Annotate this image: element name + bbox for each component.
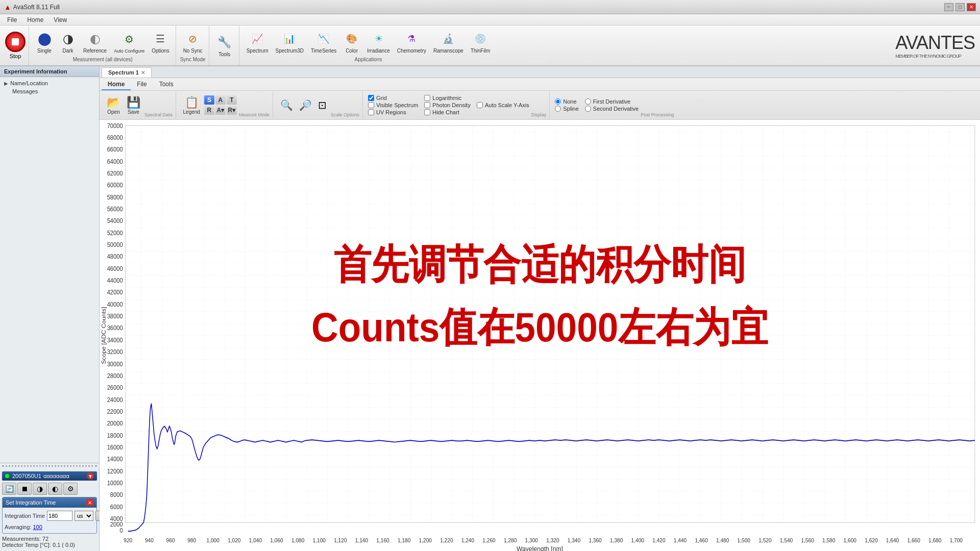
- menu-home[interactable]: Home: [22, 15, 48, 24]
- sub-menu-tools[interactable]: Tools: [153, 79, 180, 90]
- left-panel: Experiment Information ▶ Name/Location M…: [0, 66, 100, 551]
- svg-text:42000: 42000: [107, 289, 123, 296]
- experiment-info-header: Experiment Information: [0, 66, 99, 77]
- logarithmic-checkbox[interactable]: [424, 95, 430, 101]
- second-derivative-option: Second Derivative: [585, 106, 639, 112]
- ramanscope-button[interactable]: 🔬 Ramanscope: [430, 29, 467, 56]
- device-btn-5[interactable]: ⚙: [63, 483, 78, 495]
- none-radio[interactable]: [555, 98, 561, 105]
- uv-regions-checkbox[interactable]: [368, 109, 374, 115]
- averaging-value[interactable]: 100: [33, 524, 42, 530]
- no-sync-button[interactable]: ⊘ No Sync: [180, 29, 206, 56]
- single-button[interactable]: ⬤ Single: [33, 29, 56, 56]
- svg-text:1,660: 1,660: [907, 537, 920, 544]
- spectrum3d-button[interactable]: 📊 Spectrum3D: [272, 29, 307, 56]
- grid-checkbox[interactable]: [368, 95, 374, 101]
- spectrum3d-label: Spectrum3D: [275, 48, 304, 54]
- sub-menu-home[interactable]: Home: [102, 79, 131, 90]
- mode-t-btn[interactable]: T: [227, 95, 237, 105]
- device-btn-3[interactable]: ◑: [33, 483, 47, 495]
- sub-menu-bar: Home File Tools: [100, 78, 980, 91]
- photon-density-option: Photon Density: [424, 102, 471, 108]
- zoom-select-button[interactable]: ⊡: [316, 98, 329, 112]
- save-button[interactable]: 💾 Save: [125, 95, 142, 116]
- device-name: αααααααα: [43, 473, 69, 479]
- menu-file[interactable]: File: [2, 15, 22, 24]
- thinfilm-icon: 💿: [472, 31, 488, 47]
- auto-configure-button[interactable]: ⚙ Auto Configure: [111, 29, 148, 56]
- tools-group: 🔧 Tools: [210, 26, 239, 65]
- svg-text:1,200: 1,200: [419, 537, 432, 544]
- irradiance-button[interactable]: ☀ Irradiance: [364, 29, 393, 56]
- close-button[interactable]: ✕: [967, 3, 976, 11]
- device-btn-2[interactable]: ⏹: [17, 483, 32, 495]
- reference-button[interactable]: ◐ Reference: [80, 29, 110, 56]
- svg-text:1,140: 1,140: [355, 537, 368, 544]
- stop-button[interactable]: Stop: [5, 32, 26, 59]
- open-button[interactable]: 📂 Open: [105, 95, 122, 116]
- svg-text:1,260: 1,260: [482, 537, 495, 544]
- zoom-out-icon: 🔎: [299, 99, 312, 111]
- svg-text:1,340: 1,340: [568, 537, 580, 544]
- legend-button[interactable]: 📋 Legend: [181, 95, 202, 116]
- tree-item-name-location[interactable]: ▶ Name/Location: [2, 79, 97, 87]
- svg-text:18000: 18000: [107, 432, 123, 439]
- photon-density-checkbox[interactable]: [424, 102, 430, 108]
- svg-text:40000: 40000: [107, 300, 123, 308]
- spline-radio[interactable]: [555, 106, 561, 112]
- zoom-in-button[interactable]: 🔍: [278, 98, 295, 112]
- maximize-button[interactable]: □: [955, 3, 965, 11]
- chart-area: 70000 68000 66000 64000 62000 60000 5800…: [100, 120, 980, 551]
- tab-close-btn[interactable]: ✕: [141, 70, 145, 76]
- spectrum-button[interactable]: 📈 Spectrum: [243, 29, 272, 56]
- thinfilm-button[interactable]: 💿 ThinFilm: [468, 29, 493, 56]
- hide-chart-checkbox[interactable]: [424, 109, 430, 115]
- device-id: 2007050U1: [12, 473, 41, 479]
- zoom-out-button[interactable]: 🔎: [297, 98, 314, 112]
- svg-text:1,020: 1,020: [228, 537, 240, 544]
- menu-bar: File Home View: [0, 14, 980, 26]
- tools-button[interactable]: 🔧 Tools: [213, 32, 236, 59]
- svg-text:8000: 8000: [110, 491, 123, 498]
- integration-time-input[interactable]: [47, 511, 72, 521]
- svg-text:1,700: 1,700: [950, 537, 963, 544]
- svg-text:14000: 14000: [107, 456, 123, 463]
- stop-group: Stop: [2, 26, 29, 65]
- visible-spectrum-checkbox[interactable]: [368, 102, 374, 108]
- right-area: Spectrum 1 ✕ Home File Tools 📂 Open: [100, 66, 980, 551]
- device-expand-btn[interactable]: ▼: [87, 472, 94, 480]
- menu-view[interactable]: View: [48, 15, 72, 24]
- mode-s-btn[interactable]: S: [204, 95, 214, 105]
- integration-dialog-title: Set Integration Time: [6, 499, 56, 506]
- options-button[interactable]: ☰ Options: [149, 29, 172, 56]
- device-btn-4[interactable]: ◐: [48, 483, 62, 495]
- mode-ri-btn[interactable]: R▾: [227, 106, 237, 115]
- tree-item-messages[interactable]: Messages: [2, 87, 97, 95]
- timeseries-label: TimeSeries: [311, 48, 336, 54]
- radio-group-2: First Derivative Second Derivative: [585, 98, 639, 112]
- device-controls: 🔄 ⏹ ◑ ◐ ⚙: [2, 483, 97, 495]
- svg-text:1,500: 1,500: [738, 537, 750, 544]
- color-button[interactable]: 🎨 Color: [340, 29, 363, 56]
- timeseries-button[interactable]: 📉 TimeSeries: [308, 29, 339, 56]
- integration-unit-select[interactable]: us ms s: [75, 511, 93, 521]
- svg-text:1,560: 1,560: [801, 537, 814, 544]
- minimize-button[interactable]: −: [944, 3, 953, 11]
- app-buttons: 📈 Spectrum 📊 Spectrum3D 📉 TimeSeries 🎨 C…: [243, 29, 494, 56]
- first-derivative-radio[interactable]: [585, 98, 591, 105]
- chemometry-button[interactable]: ⚗ Chemometry: [394, 29, 429, 56]
- left-panel-content: ▶ Name/Location Messages: [0, 77, 99, 463]
- mode-r-btn[interactable]: R: [204, 106, 214, 115]
- integration-dialog-close[interactable]: ✕: [86, 499, 93, 506]
- auto-scale-checkbox[interactable]: [477, 102, 483, 108]
- svg-text:1,620: 1,620: [865, 537, 877, 544]
- sub-menu-file[interactable]: File: [131, 79, 153, 90]
- mode-a-btn[interactable]: A: [215, 95, 226, 105]
- svg-text:1,100: 1,100: [313, 537, 326, 544]
- second-derivative-radio[interactable]: [585, 106, 591, 112]
- dark-button[interactable]: ◑ Dark: [57, 29, 79, 56]
- spectrum-tab-1[interactable]: Spectrum 1 ✕: [102, 67, 152, 78]
- mode-ai-btn[interactable]: A▾: [215, 106, 226, 115]
- device-btn-1[interactable]: 🔄: [2, 483, 16, 495]
- svg-text:1,400: 1,400: [631, 537, 644, 544]
